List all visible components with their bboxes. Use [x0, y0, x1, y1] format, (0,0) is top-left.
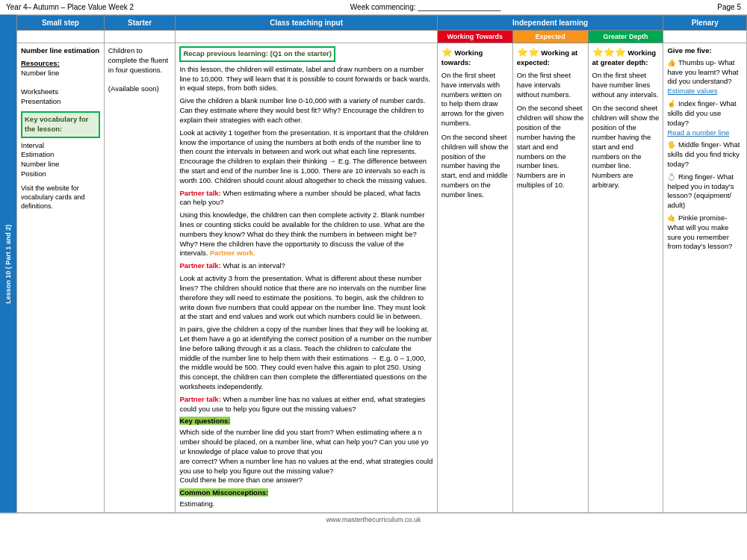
resources-text: Number lineWorksheetsPresentation [21, 69, 61, 105]
greater-text2: On the second sheet children will show t… [592, 104, 660, 190]
key-questions-text: Which side of the number line did you st… [179, 428, 433, 485]
expected-cell: ⭐⭐ Working at expected: On the first she… [512, 43, 588, 513]
th-starter: Starter [104, 16, 176, 31]
key-vocab-label: Key vocabulary for the lesson: [25, 115, 89, 133]
common-misc-text: Estimating. [179, 500, 433, 509]
plenary-cell: Give me five: 👍 Thumbs up- What have you… [663, 43, 747, 513]
th-working-towards: Working Towards [437, 31, 512, 43]
plenary-pinkie: 🤙 Pinkie promise- What will you make sur… [667, 214, 743, 252]
page-header: Year 4– Autumn – Place Value Week 2 Week… [0, 0, 747, 15]
key-questions-label: Key questions: [179, 417, 433, 426]
working-text1: On the first sheet have intervals with n… [441, 71, 509, 128]
teaching-partner-talk1: Partner talk: When estimating where a nu… [179, 189, 433, 208]
plenary-title: Give me five: [667, 46, 743, 56]
th-greater-depth: Greater Depth [588, 31, 663, 43]
teaching-cell: Recap previous learning: (Q1 on the star… [176, 43, 437, 513]
estimate-values-link[interactable]: Estimate values [667, 87, 717, 95]
th-small-step: Small step [17, 16, 105, 31]
visit-note: Visit the website for vocabulary cards a… [21, 184, 100, 211]
greater-header: ⭐⭐⭐ Working at greater depth: [592, 46, 660, 68]
teaching-activity3: Look at activity 3 from the presentation… [179, 274, 433, 322]
vocab-items: IntervalEstimationNumber linePosition [21, 141, 100, 179]
starter-cell: Children to complete the fluent in four … [104, 43, 176, 513]
teaching-partner-talk2: Partner talk: What is an interval? [179, 261, 433, 271]
plenary-ring: 💍 Ring finger- What helped you in today'… [667, 172, 743, 211]
teaching-look-activity1: Look at activity 1 together from the pre… [179, 128, 433, 186]
greater-text1: On the first sheet have number lines wit… [592, 71, 660, 99]
working-text2: On the second sheet children will show t… [441, 133, 509, 200]
teaching-activity3-cont: In pairs, give the children a copy of th… [179, 325, 433, 392]
expected-stars: ⭐⭐ [517, 47, 539, 57]
resources-label: Resources: [21, 59, 60, 67]
plenary-thumb: 👍 Thumbs up- What have you learnt? What … [667, 58, 743, 96]
th-expected: Expected [512, 31, 588, 43]
footer: www.masterthecurriculum.co.uk [0, 513, 747, 526]
lesson-label: Lesson 10 ( Part 1 and 2) [0, 15, 16, 513]
th-independent: Independent learning [437, 16, 663, 31]
resources-section: Resources: Number lineWorksheetsPresenta… [21, 59, 100, 107]
plenary-middle: 🖐 Middle finger- What skills did you fin… [667, 140, 743, 169]
teaching-activity2: Using this knowledge, the children can t… [179, 211, 433, 258]
table-wrapper: Small step Starter Class teaching input … [16, 15, 747, 513]
plenary-index: ☝ Index finger- What skills did you use … [667, 99, 743, 137]
expected-text1: On the first sheet have intervals withou… [517, 71, 584, 99]
small-step-cell: Number line estimation Resources: Number… [17, 43, 105, 513]
th-plenary: Plenary [663, 16, 747, 31]
recap-box: Recap previous learning: (Q1 on the star… [179, 46, 335, 62]
read-number-link[interactable]: Read a number line [667, 128, 729, 137]
expected-text2: On the second sheet children will show t… [517, 104, 584, 190]
small-step-title: Number line estimation [21, 46, 100, 56]
key-vocab-box: Key vocabulary for the lesson: [21, 111, 100, 138]
teaching-activity1: Give the children a blank number line 0-… [179, 96, 433, 125]
working-towards-cell: ⭐ Working towards: On the first sheet ha… [437, 43, 512, 513]
teaching-partner-talk3: Partner talk: When a number line has no … [179, 395, 433, 414]
th-teaching: Class teaching input [176, 16, 437, 31]
working-star: ⭐ [441, 47, 453, 57]
common-misc-label: Common Misconceptions: [179, 488, 433, 498]
working-towards-header: ⭐ Working towards: [441, 46, 509, 68]
greater-depth-cell: ⭐⭐⭐ Working at greater depth: On the fir… [588, 43, 663, 513]
expected-header: ⭐⭐ Working at expected: [517, 46, 584, 68]
header-left: Year 4– Autumn – Place Value Week 2 [6, 3, 134, 11]
starter-text: Children to complete the fluent in four … [108, 46, 168, 93]
header-middle: Week commencing: ____________________ [350, 3, 501, 11]
teaching-intro: In this lesson, the children will estima… [179, 65, 433, 93]
header-right: Page 5 [717, 3, 741, 11]
greater-stars: ⭐⭐⭐ [592, 47, 626, 57]
main-content: Lesson 10 ( Part 1 and 2) Small step Sta… [0, 15, 747, 513]
